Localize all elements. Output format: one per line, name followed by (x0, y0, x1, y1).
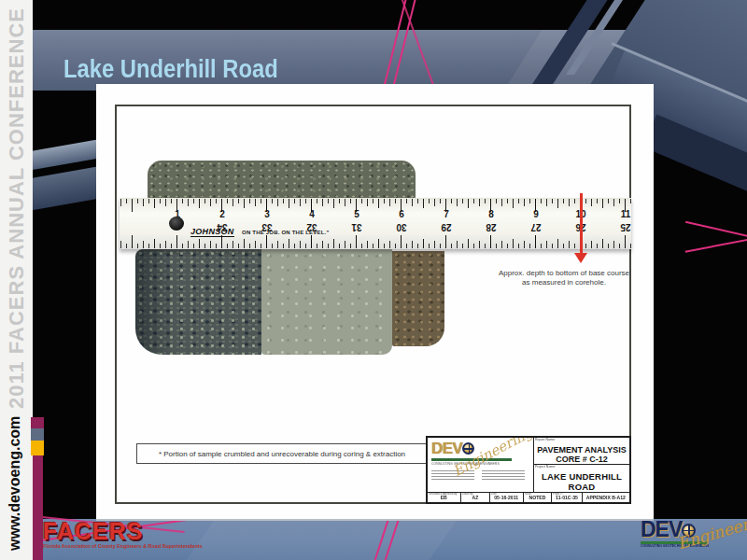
field-approved-by: Reviewed & Approved By: EB (428, 493, 461, 502)
depth-annotation: Approx. depth to bottom of base course a… (477, 269, 651, 287)
ruler-inch-number: 2 (219, 209, 225, 219)
field-scale: Scale: NOTED (524, 493, 552, 502)
pink-line (685, 234, 747, 253)
field-value: 11-01C-35 (556, 496, 578, 502)
accent-block-amber (31, 441, 44, 455)
ruler-inch-number: 4 (309, 209, 315, 219)
ruler-inch-number: 11 (621, 209, 631, 219)
report-title-line2: CORE # C-12 (534, 455, 629, 464)
field-drawn-by: Drawn By: AZ (461, 493, 490, 502)
core-sample-limerock (261, 249, 392, 355)
field-date: Date: 05-16-2011 (490, 493, 524, 502)
ruler-inch-number: 6 (399, 209, 404, 219)
ruler: 1 2 3 4 5 6 7 8 9 10 11 34 33 32 31 30 2… (120, 198, 631, 249)
sidebar: 2011 FACERS ANNUAL CONFERENCE www.devoen… (0, 0, 33, 560)
ruler-inch-number-inverted: 29 (441, 222, 451, 232)
ruler-inch-number: 5 (354, 209, 359, 219)
core-sample-top (148, 161, 416, 199)
facers-tagline: Florida Association of County Engineers … (43, 543, 203, 548)
ruler-inch-number-inverted: 28 (486, 222, 496, 232)
ruler-inch-number: 7 (444, 209, 449, 219)
depth-annotation-line1: Approx. depth to bottom of base course (477, 269, 651, 278)
field-value: NOTED (529, 496, 546, 502)
core-sample-asphalt (135, 249, 261, 355)
field-value: EB (441, 496, 447, 502)
devo-wordmark: DEV (431, 440, 462, 457)
slide: { "slide": { "title": "Lake Underhill Ro… (0, 0, 747, 560)
ruler-inch-number-inverted: 25 (620, 222, 630, 232)
depth-arrow (580, 193, 583, 253)
ruler-brand: JOHNSON ON THE JOB. ON THE LEVEL." (190, 221, 329, 238)
depth-annotation-line2: as measured in corehole. (477, 278, 651, 287)
titleblock-fields-row: Reviewed & Approved By: EB Drawn By: AZ … (428, 492, 629, 502)
facers-logo: FACERS Florida Association of County Eng… (43, 519, 247, 550)
project-name-label: Project Name: (535, 465, 556, 469)
titleblock-address-lines (431, 470, 525, 482)
ruler-inch-number: 3 (264, 209, 270, 219)
ruler-inch-number-inverted: 30 (396, 222, 406, 232)
titleblock-report-cell: Report Name: PAVEMENT ANALYSIS CORE # C-… (534, 438, 629, 465)
title-block: DEV CONSULTING GEOTECHNICAL ENGINEERS En… (426, 436, 631, 504)
ruler-inch-number-inverted: 31 (351, 222, 361, 232)
core-sample-subgrade (392, 251, 444, 346)
devo-logo: DEV CONSULTING GEOTECHNICAL ENGINEERS En… (641, 519, 745, 551)
report-name-label: Report Name: (535, 438, 556, 441)
field-value: APPENDIX B-A12 (586, 496, 626, 502)
report-title-line1: PAVEMENT ANALYSIS (534, 445, 629, 455)
ruler-ticks (120, 199, 631, 212)
accent-block-steel (31, 428, 44, 441)
footnote-box: * Portion of sample crumbled and unrecov… (136, 443, 428, 464)
project-name-value: LAKE UNDERHILL ROAD (534, 471, 629, 492)
ruler-inch-number: 9 (533, 209, 539, 219)
document-page: 1 2 3 4 5 6 7 8 9 10 11 34 33 32 31 30 2… (96, 84, 654, 519)
ruler-brand-slogan: ON THE JOB. ON THE LEVEL." (242, 230, 329, 235)
website-vertical-text: www.devoeng.com (7, 416, 23, 551)
field-value: 05-16-2011 (495, 496, 519, 502)
ruler-inch-number-inverted: 27 (530, 222, 541, 232)
ruler-hang-hole (169, 217, 184, 231)
facers-wordmark: FACERS (43, 519, 247, 543)
accent-bar-maroon (33, 455, 43, 560)
field-project-number: Project #: 11-01C-35 (552, 493, 583, 502)
titleblock-project-cell: Project Name: LAKE UNDERHILL ROAD (534, 465, 629, 492)
titleblock-devo-logo: DEV CONSULTING GEOTECHNICAL ENGINEERS En… (428, 438, 534, 492)
pink-line (685, 221, 747, 243)
ruler-inch-number: 8 (488, 209, 494, 219)
field-appendix: APPENDIX B-A12 (583, 493, 629, 502)
field-value: AZ (472, 496, 479, 502)
ruler-brand-name: JOHNSON (190, 227, 234, 237)
accent-block-maroon (31, 417, 44, 428)
depth-arrow-head (574, 253, 587, 263)
conference-vertical-text: 2011 FACERS ANNUAL CONFERENCE (5, 7, 29, 409)
slide-title: Lake Underhill Road (63, 55, 278, 84)
